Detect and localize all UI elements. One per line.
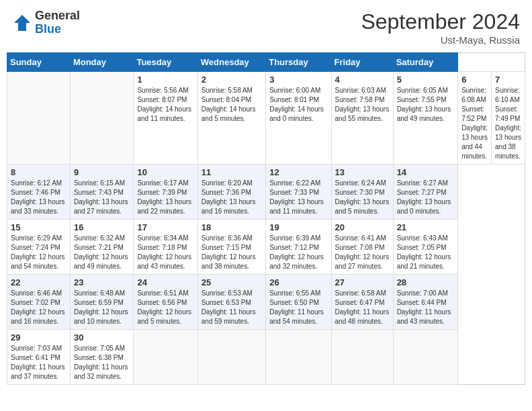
weekday-header-saturday: Saturday <box>393 53 458 72</box>
empty-cell <box>70 72 134 165</box>
empty-cell <box>197 330 265 385</box>
weekday-header-wednesday: Wednesday <box>197 53 265 72</box>
day-cell-26: 26Sunrise: 6:55 AM Sunset: 6:50 PM Dayli… <box>266 275 331 330</box>
weekday-header-friday: Friday <box>331 53 393 72</box>
day-info: Sunrise: 6:17 AM Sunset: 7:39 PM Dayligh… <box>137 179 193 216</box>
day-info: Sunrise: 6:41 AM Sunset: 7:08 PM Dayligh… <box>335 234 390 271</box>
week-row-1: 1Sunrise: 5:56 AM Sunset: 8:07 PM Daylig… <box>7 72 525 165</box>
day-number: 23 <box>74 277 130 287</box>
day-cell-21: 21Sunrise: 6:43 AM Sunset: 7:05 PM Dayli… <box>393 220 458 275</box>
day-cell-5: 5Sunrise: 6:05 AM Sunset: 7:55 PM Daylig… <box>393 72 458 165</box>
day-cell-19: 19Sunrise: 6:39 AM Sunset: 7:12 PM Dayli… <box>266 220 331 275</box>
day-cell-22: 22Sunrise: 6:46 AM Sunset: 7:02 PM Dayli… <box>7 275 71 330</box>
logo: General Blue <box>12 9 80 36</box>
logo-general: General <box>35 9 80 23</box>
day-number: 2 <box>202 75 262 85</box>
day-number: 19 <box>269 222 327 232</box>
week-row-3: 15Sunrise: 6:29 AM Sunset: 7:24 PM Dayli… <box>7 220 525 275</box>
day-cell-29: 29Sunrise: 7:03 AM Sunset: 6:41 PM Dayli… <box>7 330 71 385</box>
empty-cell <box>134 330 197 385</box>
week-row-4: 22Sunrise: 6:46 AM Sunset: 7:02 PM Dayli… <box>7 275 525 330</box>
logo-text: General Blue <box>35 9 80 36</box>
day-info: Sunrise: 6:00 AM Sunset: 8:01 PM Dayligh… <box>269 86 327 124</box>
day-info: Sunrise: 6:05 AM Sunset: 7:55 PM Dayligh… <box>397 86 455 124</box>
day-info: Sunrise: 6:03 AM Sunset: 7:58 PM Dayligh… <box>335 86 390 124</box>
day-number: 12 <box>269 167 327 177</box>
day-cell-4: 4Sunrise: 6:03 AM Sunset: 7:58 PM Daylig… <box>331 72 393 165</box>
day-number: 21 <box>397 222 455 232</box>
day-number: 22 <box>11 277 66 287</box>
empty-cell <box>393 330 458 385</box>
location-title: Ust-Maya, Russia <box>361 34 520 46</box>
day-cell-27: 27Sunrise: 6:58 AM Sunset: 6:47 PM Dayli… <box>331 275 393 330</box>
day-cell-9: 9Sunrise: 6:15 AM Sunset: 7:43 PM Daylig… <box>70 165 134 220</box>
weekday-header-tuesday: Tuesday <box>134 53 197 72</box>
day-number: 5 <box>397 75 455 85</box>
day-number: 6 <box>461 75 488 85</box>
day-cell-20: 20Sunrise: 6:41 AM Sunset: 7:08 PM Dayli… <box>331 220 393 275</box>
day-number: 9 <box>74 167 130 177</box>
week-row-5: 29Sunrise: 7:03 AM Sunset: 6:41 PM Dayli… <box>7 330 525 385</box>
day-number: 3 <box>269 75 327 85</box>
logo-icon <box>12 13 32 33</box>
weekday-header-sunday: Sunday <box>7 53 71 72</box>
day-number: 1 <box>137 75 193 85</box>
day-number: 24 <box>137 277 193 287</box>
day-info: Sunrise: 6:51 AM Sunset: 6:56 PM Dayligh… <box>137 289 193 326</box>
day-info: Sunrise: 6:58 AM Sunset: 6:47 PM Dayligh… <box>335 289 390 326</box>
day-cell-23: 23Sunrise: 6:48 AM Sunset: 6:59 PM Dayli… <box>70 275 134 330</box>
day-number: 26 <box>269 277 327 287</box>
day-cell-8: 8Sunrise: 6:12 AM Sunset: 7:46 PM Daylig… <box>7 165 71 220</box>
day-info: Sunrise: 7:03 AM Sunset: 6:41 PM Dayligh… <box>11 344 66 381</box>
day-info: Sunrise: 6:08 AM Sunset: 7:52 PM Dayligh… <box>461 86 488 161</box>
day-cell-12: 12Sunrise: 6:22 AM Sunset: 7:33 PM Dayli… <box>266 165 331 220</box>
logo-blue: Blue <box>35 23 80 36</box>
title-area: September 2024 Ust-Maya, Russia <box>361 9 520 46</box>
day-info: Sunrise: 6:43 AM Sunset: 7:05 PM Dayligh… <box>397 234 455 271</box>
day-info: Sunrise: 6:36 AM Sunset: 7:15 PM Dayligh… <box>202 234 262 271</box>
day-cell-16: 16Sunrise: 6:32 AM Sunset: 7:21 PM Dayli… <box>70 220 134 275</box>
day-number: 13 <box>335 167 390 177</box>
calendar-table: SundayMondayTuesdayWednesdayThursdayFrid… <box>7 52 525 385</box>
day-cell-3: 3Sunrise: 6:00 AM Sunset: 8:01 PM Daylig… <box>266 72 331 165</box>
empty-cell <box>331 330 393 385</box>
day-info: Sunrise: 5:56 AM Sunset: 8:07 PM Dayligh… <box>137 86 193 124</box>
empty-cell <box>266 330 331 385</box>
week-row-2: 8Sunrise: 6:12 AM Sunset: 7:46 PM Daylig… <box>7 165 525 220</box>
day-number: 20 <box>335 222 390 232</box>
day-number: 17 <box>137 222 193 232</box>
day-info: Sunrise: 6:34 AM Sunset: 7:18 PM Dayligh… <box>137 234 193 271</box>
day-cell-7: 7Sunrise: 6:10 AM Sunset: 7:49 PM Daylig… <box>492 72 525 165</box>
day-info: Sunrise: 6:46 AM Sunset: 7:02 PM Dayligh… <box>11 289 66 326</box>
day-number: 8 <box>11 167 66 177</box>
day-info: Sunrise: 6:27 AM Sunset: 7:27 PM Dayligh… <box>397 179 455 216</box>
day-info: Sunrise: 5:58 AM Sunset: 8:04 PM Dayligh… <box>202 86 262 124</box>
day-number: 11 <box>202 167 262 177</box>
day-info: Sunrise: 6:20 AM Sunset: 7:36 PM Dayligh… <box>202 179 262 216</box>
day-cell-6: 6Sunrise: 6:08 AM Sunset: 7:52 PM Daylig… <box>458 72 492 165</box>
day-info: Sunrise: 6:22 AM Sunset: 7:33 PM Dayligh… <box>269 179 327 216</box>
day-number: 18 <box>202 222 262 232</box>
day-info: Sunrise: 7:00 AM Sunset: 6:44 PM Dayligh… <box>397 289 455 326</box>
day-cell-15: 15Sunrise: 6:29 AM Sunset: 7:24 PM Dayli… <box>7 220 71 275</box>
day-cell-28: 28Sunrise: 7:00 AM Sunset: 6:44 PM Dayli… <box>393 275 458 330</box>
day-info: Sunrise: 6:24 AM Sunset: 7:30 PM Dayligh… <box>335 179 390 216</box>
day-cell-17: 17Sunrise: 6:34 AM Sunset: 7:18 PM Dayli… <box>134 220 197 275</box>
day-info: Sunrise: 6:10 AM Sunset: 7:49 PM Dayligh… <box>495 86 521 161</box>
day-info: Sunrise: 6:48 AM Sunset: 6:59 PM Dayligh… <box>74 289 130 326</box>
day-info: Sunrise: 7:05 AM Sunset: 6:38 PM Dayligh… <box>74 344 130 381</box>
day-number: 4 <box>335 75 390 85</box>
day-info: Sunrise: 6:53 AM Sunset: 6:53 PM Dayligh… <box>202 289 262 326</box>
day-number: 30 <box>74 332 130 342</box>
day-info: Sunrise: 6:12 AM Sunset: 7:46 PM Dayligh… <box>11 179 66 216</box>
day-cell-10: 10Sunrise: 6:17 AM Sunset: 7:39 PM Dayli… <box>134 165 197 220</box>
day-cell-25: 25Sunrise: 6:53 AM Sunset: 6:53 PM Dayli… <box>197 275 265 330</box>
day-number: 28 <box>397 277 455 287</box>
empty-cell <box>7 72 71 165</box>
month-title: September 2024 <box>361 9 520 34</box>
day-cell-24: 24Sunrise: 6:51 AM Sunset: 6:56 PM Dayli… <box>134 275 197 330</box>
day-number: 15 <box>11 222 66 232</box>
weekday-header-row: SundayMondayTuesdayWednesdayThursdayFrid… <box>7 53 525 72</box>
day-number: 7 <box>495 75 521 85</box>
page-header: General Blue September 2024 Ust-Maya, Ru… <box>7 7 525 48</box>
